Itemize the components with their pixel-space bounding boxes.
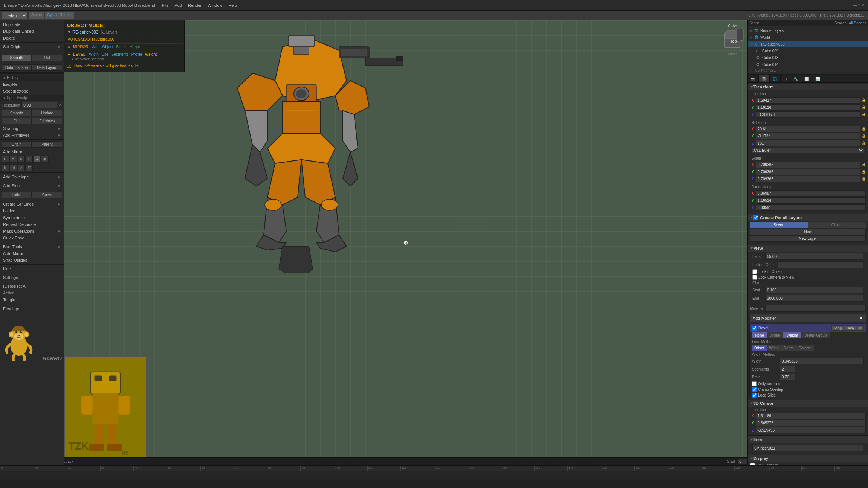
gp-header[interactable]: Grease Pencil Layers [748, 214, 868, 221]
scene-item-world[interactable]: ▶ 🌐 World [748, 34, 868, 41]
flat-btn2[interactable]: Flat [2, 118, 32, 124]
create-gp-btn[interactable]: Create GP Lines ▶ [0, 201, 64, 207]
remesh-btn[interactable]: RemeshDecimate [0, 221, 64, 228]
add-primitives-btn[interactable]: Add Primitives ▶ [0, 132, 64, 139]
item-header[interactable]: Item [748, 436, 868, 443]
tab-render[interactable]: 🎬 [759, 75, 770, 82]
shading-btn[interactable]: Shading ▶ [0, 125, 64, 132]
bevel-enabled-check[interactable] [752, 326, 757, 331]
gp-new-btn[interactable]: New [750, 229, 866, 235]
orientation-cube-icon[interactable]: Top [721, 29, 744, 52]
width-depth-tab[interactable]: Depth [781, 345, 796, 351]
data-layout-btn[interactable]: Data Layout [32, 64, 62, 71]
mini-btn-5[interactable]: ◈ [33, 156, 41, 163]
camera-view-check[interactable] [752, 275, 757, 280]
scene-item-cube014[interactable]: ⬡ Cube.014 [748, 61, 868, 68]
mini-btn-2[interactable]: ⟳ [9, 156, 17, 163]
scene-item-cylinder[interactable]: ○ Cylinder.221 [748, 68, 868, 73]
dim-x-input[interactable] [756, 190, 866, 197]
tab-modifier[interactable]: 🔧 [790, 75, 801, 82]
lathe-btn[interactable]: Lathe [2, 192, 32, 198]
lattice-btn[interactable]: Lattice [0, 207, 64, 214]
menu-help[interactable]: Help [225, 2, 240, 9]
cursor-x-input[interactable] [756, 413, 866, 419]
gp-new-layer-btn[interactable]: New Layer [750, 235, 866, 242]
mini-btn-6[interactable]: ⊞ [41, 156, 49, 163]
bevel-profile[interactable]: Profile [131, 52, 142, 56]
gp-scene-tab[interactable]: Scene [750, 222, 808, 228]
rotation-x-input[interactable] [756, 126, 860, 132]
settings-btn[interactable]: Settings [0, 274, 64, 281]
clamp-check[interactable] [752, 387, 757, 392]
mini-btn-8[interactable]: ◁ [9, 164, 17, 171]
envelope-label[interactable]: Envelope [0, 305, 64, 313]
bevel-tab-weight[interactable]: Weight [783, 332, 801, 338]
auto-mirror-btn[interactable]: Auto Mirror [0, 250, 64, 257]
add-skin-btn[interactable]: Add Skin ▶ [0, 182, 64, 189]
lock-cursor-check[interactable] [752, 269, 757, 274]
fill-holes-btn[interactable]: Fill Holes [32, 118, 62, 124]
tab-scene[interactable]: 📷 [748, 75, 759, 82]
bevel-segments[interactable]: Segments [112, 52, 128, 56]
timeline-playhead[interactable] [23, 466, 23, 479]
dim-z-input[interactable] [756, 204, 866, 211]
set-origin-btn[interactable]: Set Origin ▶ [0, 43, 64, 50]
gp-object-tab[interactable]: Object [808, 222, 866, 228]
mini-btn-1[interactable]: ↻ [2, 156, 9, 163]
bool-tools-btn[interactable]: Bool Tools ▶ [0, 243, 64, 250]
mini-btn-9[interactable]: △ [17, 164, 25, 171]
toggle-btn[interactable]: Toggle [0, 296, 64, 303]
timeline-track[interactable]: 0 10 20 30 40 50 60 70 80 90 100 110 120… [0, 466, 868, 479]
mirror-bisect[interactable]: Bisect [116, 45, 126, 49]
speedretopo-btn[interactable]: SpeedRetopo [0, 88, 64, 95]
delete-btn[interactable]: Delete [0, 35, 64, 41]
only-vertices-check[interactable] [752, 381, 757, 386]
bevel-tab-vertex[interactable]: Vertex Group [801, 332, 830, 338]
curve-btn[interactable]: Curve [32, 192, 62, 198]
scene-item-renderlayers[interactable]: ▶ 📷 RenderLayers [748, 27, 868, 34]
cursor-y-input[interactable] [756, 420, 866, 426]
parent-btn[interactable]: Parent [32, 141, 62, 148]
mini-btn-10[interactable]: ▽ [25, 164, 33, 171]
all-scenes-label[interactable]: All Scenes [849, 21, 866, 25]
smooth-btn2[interactable]: Smooth [2, 110, 32, 116]
tab-material[interactable]: ⬜ [801, 75, 812, 82]
flat-btn[interactable]: Flat [32, 55, 62, 61]
scene-item-cube009[interactable]: ⬡ Cube.009 [748, 47, 868, 54]
quick-pose-btn[interactable]: Quick Pose [0, 235, 64, 241]
view-header[interactable]: View [748, 245, 868, 252]
mini-btn-7[interactable]: ▷ [2, 164, 9, 171]
scene-item-cube013[interactable]: ⬡ Cube.013 [748, 54, 868, 61]
mirror-axis[interactable]: Axis [92, 45, 99, 49]
lock-object-input[interactable] [778, 261, 863, 268]
speed-sculpt-header[interactable]: SpeedSculpt [0, 95, 64, 101]
dim-y-input[interactable] [756, 197, 866, 204]
location-y-input[interactable] [756, 104, 860, 111]
scale-x-input[interactable] [756, 162, 860, 168]
deselect-all-btn[interactable]: (De)select All [0, 283, 64, 290]
smooth-btn[interactable]: Smooth [2, 55, 32, 61]
tab-data[interactable]: 📊 [812, 75, 823, 82]
snap-utilities-btn[interactable]: Snap Utilities [0, 257, 64, 264]
add-mirror-btn[interactable]: Add Mirror [0, 148, 64, 155]
duplicate-linked-btn[interactable]: Duplicate Linked [0, 28, 64, 35]
reference-image[interactable]: TZK 09 [64, 356, 147, 458]
location-z-input[interactable] [756, 111, 860, 118]
tab-world[interactable]: 🌐 [770, 75, 781, 82]
bevel-width[interactable]: Width [89, 52, 99, 56]
bevel-copy-btn[interactable]: Copy [845, 325, 856, 331]
update-btn[interactable]: Update [32, 110, 62, 116]
bevel-delete-btn[interactable]: ✕ [857, 325, 864, 331]
bevel-segments-input[interactable] [780, 366, 795, 372]
bevel-amount-input[interactable] [780, 374, 795, 380]
euler-select[interactable]: XYZ Euler [752, 148, 864, 153]
mirror-object[interactable]: Object [102, 45, 113, 49]
data-transfer-btn[interactable]: Data Transfer [2, 64, 32, 71]
width-offset-tab[interactable]: Offset [752, 345, 767, 351]
location-x-input[interactable] [756, 97, 860, 104]
scale-y-input[interactable] [756, 169, 860, 175]
bevel-tab-none[interactable]: None [752, 332, 767, 338]
lens-input[interactable] [765, 253, 863, 260]
cursor-z-input[interactable] [756, 427, 866, 433]
rotation-y-input[interactable] [756, 133, 860, 139]
